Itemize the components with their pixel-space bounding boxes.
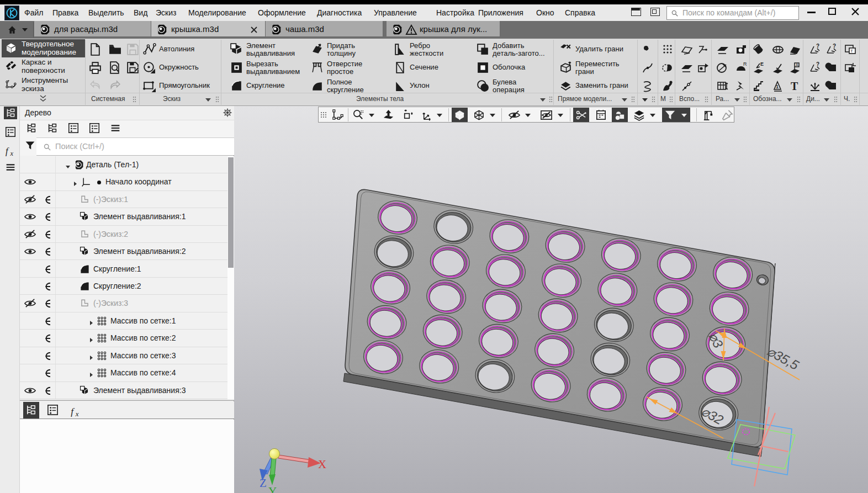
svg-text:x: x [75, 410, 79, 418]
svg-text:?: ? [816, 43, 819, 49]
svg-text:T: T [850, 49, 853, 54]
svg-text:f: f [6, 146, 9, 156]
svg-text:Z: Z [260, 476, 267, 490]
svg-text:Y: Y [268, 485, 277, 493]
svg-text:x: x [9, 150, 13, 157]
svg-text:E: E [760, 61, 764, 67]
svg-text:f: f [71, 406, 75, 417]
svg-text:X: X [318, 458, 326, 471]
svg-text:?: ? [816, 61, 819, 67]
svg-text:?: ? [833, 43, 836, 49]
svg-text:1: 1 [776, 84, 779, 89]
svg-text:R: R [743, 61, 747, 67]
svg-text:T: T [791, 80, 798, 92]
svg-text:A: A [796, 63, 798, 67]
svg-text:⌀35,5: ⌀35,5 [765, 343, 802, 373]
